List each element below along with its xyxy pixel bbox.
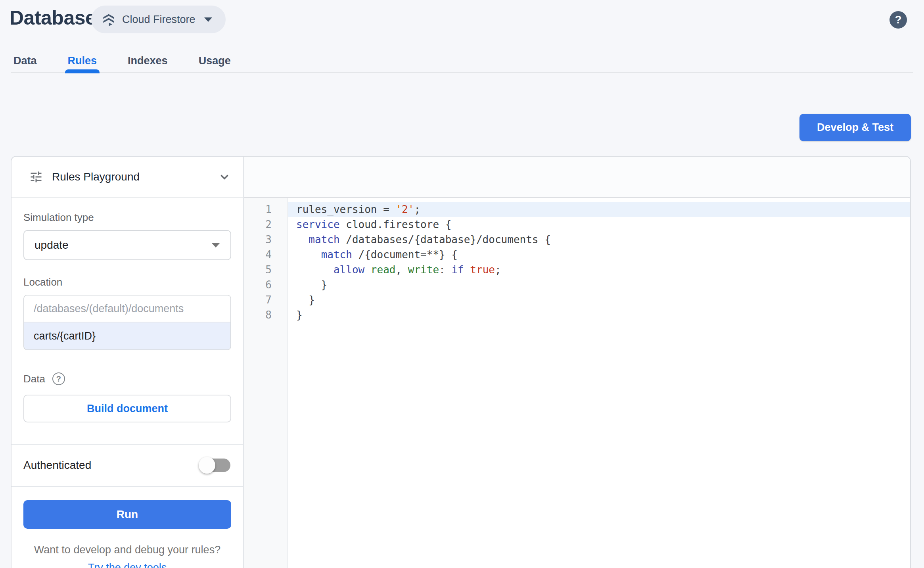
chevron-down-icon[interactable] [218, 170, 231, 184]
authenticated-row: Authenticated [12, 445, 243, 486]
location-path-input[interactable]: carts/{cartID} [24, 322, 230, 349]
code-text: match /{document=**} { [288, 247, 910, 262]
code-line[interactable]: 7 } [244, 292, 910, 307]
line-number: 1 [244, 203, 288, 215]
code-text: } [288, 277, 910, 292]
code-text: } [288, 292, 910, 307]
code-text: } [288, 307, 910, 322]
rules-playground-title: Rules Playground [52, 171, 209, 183]
simulation-type-select[interactable]: update [23, 230, 231, 260]
product-selector-label: Cloud Firestore [122, 13, 196, 26]
authenticated-label: Authenticated [23, 459, 199, 472]
page-title: Database [10, 6, 96, 29]
playground-form: Simulation type update Location /databas… [12, 198, 243, 444]
tab-rules[interactable]: Rules [65, 49, 100, 73]
code-line[interactable]: 6 } [244, 277, 910, 292]
develop-and-test-button[interactable]: Develop & Test [799, 114, 911, 141]
code-text: service cloud.firestore { [288, 217, 910, 232]
line-number: 7 [244, 294, 288, 306]
line-number: 6 [244, 279, 288, 291]
location-base-path[interactable]: /databases/(default)/documents [24, 296, 230, 322]
authenticated-toggle[interactable] [199, 457, 231, 473]
code-line[interactable]: 5 allow read, write: if true; [244, 262, 910, 277]
topbar: Database Cloud Firestore ? [0, 0, 924, 40]
code-text: match /databases/{database}/documents { [288, 232, 910, 247]
product-selector[interactable]: Cloud Firestore [91, 6, 226, 33]
firestore-icon [102, 12, 116, 27]
line-number: 2 [244, 219, 288, 230]
code-line[interactable]: 4 match /{document=**} { [244, 247, 910, 262]
product-selector-caret-icon [204, 17, 212, 22]
rules-playground-header[interactable]: Rules Playground [12, 157, 243, 198]
help-icon[interactable]: ? [889, 11, 907, 29]
editor-body[interactable]: 1rules_version = '2';2service cloud.fire… [244, 198, 910, 568]
try-dev-tools-link[interactable]: Try the dev tools [88, 562, 167, 568]
data-section-header: Data ? [23, 372, 231, 385]
line-number: 4 [244, 249, 288, 261]
rules-code-editor: 1rules_version = '2';2service cloud.fire… [244, 157, 910, 568]
code-line[interactable]: 3 match /databases/{database}/documents … [244, 232, 910, 247]
build-document-button[interactable]: Build document [23, 395, 231, 422]
line-number: 3 [244, 234, 288, 246]
rules-playground-panel: Rules Playground Simulation type update … [12, 157, 244, 568]
footer-question: Want to develop and debug your rules? [12, 544, 243, 556]
select-caret-icon [211, 243, 220, 248]
line-number: 8 [244, 309, 288, 321]
rules-card: Rules Playground Simulation type update … [11, 156, 911, 568]
simulation-type-label: Simulation type [23, 211, 231, 224]
toggle-knob [199, 457, 215, 474]
playground-footer: Want to develop and debug your rules? Tr… [12, 529, 243, 568]
location-input-group: /databases/(default)/documents carts/{ca… [23, 295, 231, 350]
data-label: Data [23, 373, 45, 385]
tab-bar: Data Rules Indexes Usage [11, 49, 913, 73]
run-section: Run [12, 487, 243, 529]
help-glyph: ? [895, 13, 901, 26]
location-label: Location [23, 276, 231, 288]
line-number: 5 [244, 264, 288, 276]
tune-icon [29, 170, 43, 184]
simulation-type-value: update [35, 239, 211, 251]
code-text: allow read, write: if true; [288, 262, 910, 277]
code-text: rules_version = '2'; [288, 202, 910, 217]
run-button[interactable]: Run [23, 500, 231, 529]
editor-toolbar [244, 157, 910, 198]
code-line[interactable]: 8} [244, 307, 910, 322]
tab-usage[interactable]: Usage [196, 49, 234, 73]
code-line[interactable]: 2service cloud.firestore { [244, 217, 910, 232]
tab-data[interactable]: Data [11, 49, 40, 73]
code-lines: 1rules_version = '2';2service cloud.fire… [244, 198, 910, 322]
tab-indexes[interactable]: Indexes [125, 49, 171, 73]
code-line[interactable]: 1rules_version = '2'; [244, 202, 910, 217]
data-help-icon[interactable]: ? [52, 372, 65, 385]
